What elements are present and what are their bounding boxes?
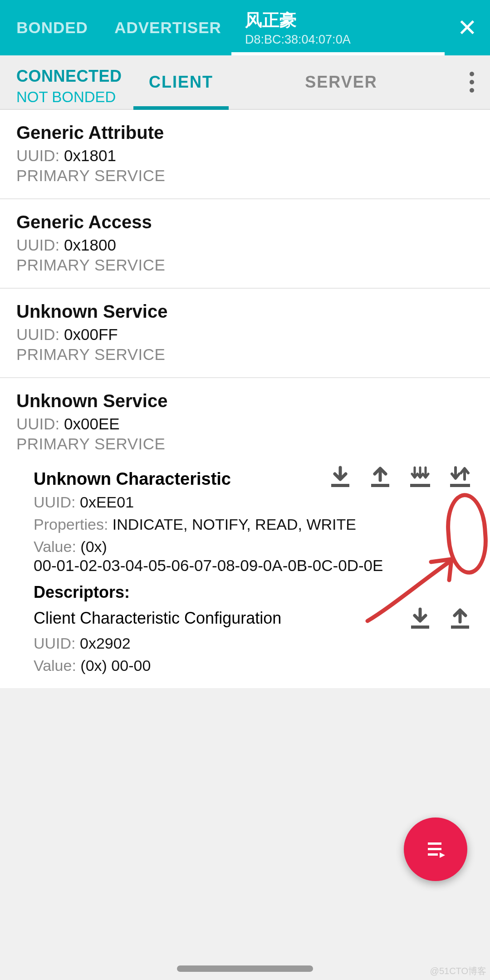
service-name: Generic Attribute xyxy=(16,123,474,143)
uuid-label: UUID: xyxy=(16,325,59,343)
uuid-label: UUID: xyxy=(16,236,59,254)
upload-icon xyxy=(368,465,392,488)
tab-bonded[interactable]: BONDED xyxy=(0,0,104,55)
list-play-icon xyxy=(424,838,447,861)
service-type: PRIMARY SERVICE xyxy=(16,256,474,274)
uuid-label: UUID: xyxy=(34,635,76,652)
value-label: Value: xyxy=(34,657,76,674)
value-label: Value: xyxy=(34,538,76,555)
characteristic-name: Unknown Characteristic xyxy=(34,465,328,489)
notify-button[interactable] xyxy=(408,465,432,488)
descriptor-name: Client Characteristic Configuration xyxy=(34,609,408,628)
service-uuid: 0x00EE xyxy=(64,415,120,433)
device-name: 风正豪 xyxy=(245,9,297,32)
watermark: @51CTO博客 xyxy=(430,965,486,977)
characteristic-value-hex: 00-01-02-03-04-05-06-07-08-09-0A-0B-0C-0… xyxy=(34,556,383,574)
service-name: Generic Access xyxy=(16,212,474,232)
status-connected-label: CONNECTED xyxy=(16,67,133,86)
status-row: CONNECTED NOT BONDED CLIENT SERVER xyxy=(0,55,490,110)
tab-bonded-label: BONDED xyxy=(16,19,88,37)
more-menu-button[interactable] xyxy=(454,55,490,109)
descriptor-value-prefix: (0x) xyxy=(80,657,107,674)
svg-rect-1 xyxy=(371,484,389,487)
write-button[interactable] xyxy=(368,465,392,488)
tab-device[interactable]: 风正豪 D8:BC:38:04:07:0A xyxy=(231,0,445,55)
service-uuid: 0x00FF xyxy=(64,325,118,343)
svg-rect-4 xyxy=(411,625,429,629)
uuid-label: UUID: xyxy=(16,415,59,433)
read-button[interactable] xyxy=(328,465,352,488)
service-name: Unknown Service xyxy=(16,391,474,411)
characteristic-properties: INDICATE, NOTIFY, READ, WRITE xyxy=(113,516,356,533)
characteristic-value-prefix: (0x) xyxy=(80,538,107,555)
indicate-button[interactable] xyxy=(448,465,472,488)
properties-label: Properties: xyxy=(34,516,108,533)
svg-rect-5 xyxy=(451,625,469,629)
annotation-arrow xyxy=(363,553,467,625)
tab-advertiser-label: ADVERTISER xyxy=(114,19,221,37)
connection-status: CONNECTED NOT BONDED xyxy=(0,55,133,109)
svg-rect-0 xyxy=(331,484,349,487)
service-uuid: 0x1801 xyxy=(64,147,116,164)
svg-rect-6 xyxy=(428,842,441,845)
multi-download-icon xyxy=(408,465,432,488)
down-up-icon xyxy=(448,465,472,488)
service-item[interactable]: Generic Access UUID: 0x1800 PRIMARY SERV… xyxy=(0,199,490,289)
service-uuid: 0x1800 xyxy=(64,236,116,254)
descriptor-uuid: 0x2902 xyxy=(80,635,131,652)
service-type: PRIMARY SERVICE xyxy=(16,167,474,185)
fab-log-button[interactable] xyxy=(404,817,467,881)
svg-rect-2 xyxy=(410,484,430,487)
close-icon: ✕ xyxy=(457,14,477,41)
tab-advertiser[interactable]: ADVERTISER xyxy=(104,0,231,55)
service-type: PRIMARY SERVICE xyxy=(16,345,474,364)
service-name: Unknown Service xyxy=(16,301,474,322)
tab-server-label: SERVER xyxy=(305,73,377,92)
svg-rect-7 xyxy=(428,848,441,850)
svg-rect-8 xyxy=(428,853,438,856)
nav-pill xyxy=(177,965,313,972)
descriptor-value-hex: 00-00 xyxy=(111,657,151,674)
svg-rect-3 xyxy=(450,484,470,487)
service-item[interactable]: Unknown Service UUID: 0x00EE PRIMARY SER… xyxy=(0,378,490,456)
tab-client-label: CLIENT xyxy=(149,73,213,92)
characteristic-uuid: 0xEE01 xyxy=(80,493,134,511)
characteristic-actions xyxy=(328,465,474,488)
gesture-bar xyxy=(0,957,490,980)
service-item[interactable]: Generic Attribute UUID: 0x1801 PRIMARY S… xyxy=(0,110,490,199)
status-bonded-label: NOT BONDED xyxy=(16,89,133,106)
device-mac: D8:BC:38:04:07:0A xyxy=(245,33,351,47)
uuid-label: UUID: xyxy=(34,493,76,511)
tab-server[interactable]: SERVER xyxy=(229,55,454,109)
close-tab-button[interactable]: ✕ xyxy=(445,0,490,55)
uuid-label: UUID: xyxy=(16,147,59,164)
service-item[interactable]: Unknown Service UUID: 0x00FF PRIMARY SER… xyxy=(0,289,490,378)
tab-client[interactable]: CLIENT xyxy=(133,55,229,109)
top-tab-bar: BONDED ADVERTISER 风正豪 D8:BC:38:04:07:0A … xyxy=(0,0,490,55)
download-icon xyxy=(328,465,352,488)
service-type: PRIMARY SERVICE xyxy=(16,435,474,453)
more-icon xyxy=(470,72,474,93)
